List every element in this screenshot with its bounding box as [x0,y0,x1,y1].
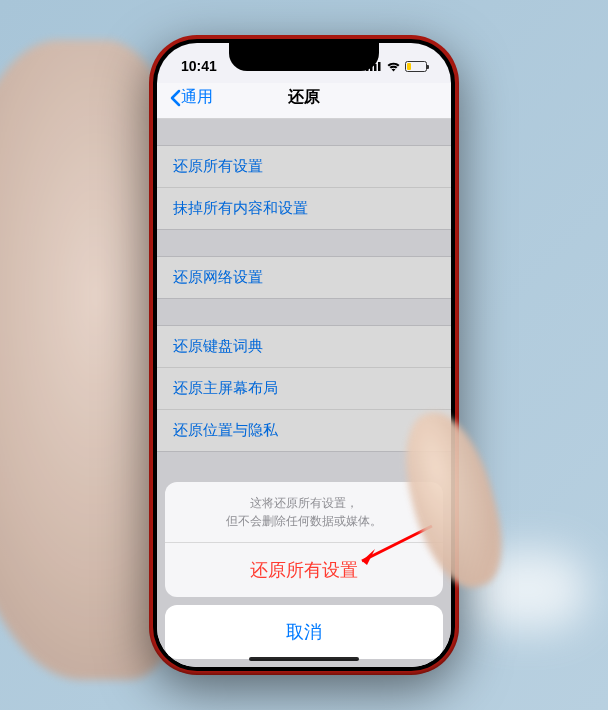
notch [229,43,379,71]
battery-level [407,63,411,70]
iphone-device: 10:41 [149,35,459,675]
battery-icon [405,61,427,72]
home-indicator[interactable] [249,657,359,661]
back-button[interactable]: 通用 [169,87,213,108]
svg-rect-2 [374,64,377,71]
page-title: 还原 [288,87,320,108]
content-area: 还原所有设置 抹掉所有内容和设置 还原网络设置 还原键盘词典 还原主屏幕布局 还… [157,119,451,667]
chevron-left-icon [169,89,181,107]
status-time: 10:41 [181,58,217,74]
svg-rect-3 [378,62,381,71]
back-label: 通用 [181,87,213,108]
phone-bezel: 10:41 [153,39,455,671]
cancel-button[interactable]: 取消 [165,605,443,659]
navigation-bar: 通用 还原 [157,83,451,119]
wifi-icon [386,61,401,72]
phone-screen: 10:41 [157,43,451,667]
